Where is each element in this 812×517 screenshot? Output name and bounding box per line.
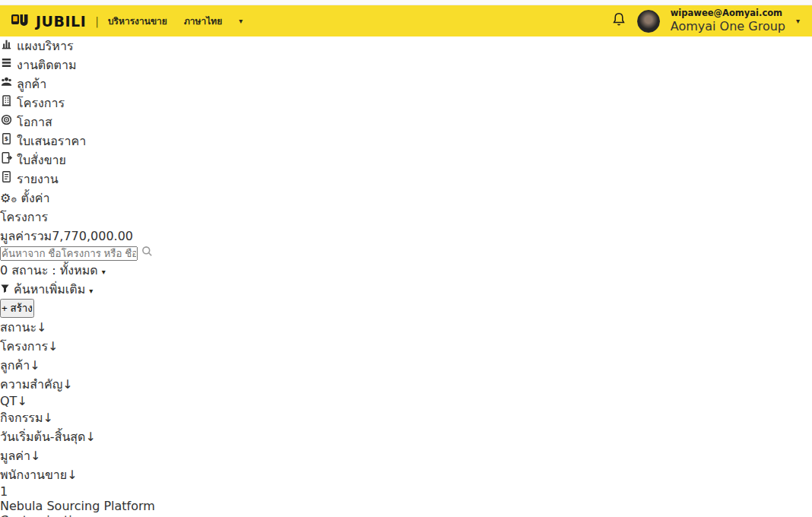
sidebar-item-settings[interactable]: ⚙⚙ ตั้งค่า — [0, 189, 812, 208]
projects-table: สถานะ↓ โครงการ↓ ลูกค้า↓ ความสำคัญ↓ QT↓ ก… — [0, 318, 812, 517]
search-box[interactable] — [0, 246, 812, 261]
header-salesperson[interactable]: พนักงานขาย↓ — [0, 465, 812, 484]
row-number-badge: 1 — [0, 484, 8, 499]
task-list-icon — [0, 58, 17, 72]
project-type: Customization — [0, 513, 812, 517]
gear-icon: ⚙⚙ — [0, 191, 17, 205]
header-qt[interactable]: QT↓ — [0, 394, 812, 408]
header-status[interactable]: สถานะ↓ — [0, 318, 812, 337]
sidebar-item-sales-order[interactable]: ใบสั่งขาย — [0, 151, 812, 170]
app-window: JUBILI | บริหารงานขาย ภาษาไทย ▾ wipawee@… — [0, 0, 812, 517]
top-bar: JUBILI | บริหารงานขาย ภาษาไทย ▾ wipawee@… — [0, 5, 812, 36]
sidebar-item-dashboard[interactable]: แผงบริหาร — [0, 36, 812, 56]
create-button[interactable]: + สร้าง — [0, 299, 34, 318]
header-project[interactable]: โครงการ↓ — [0, 337, 812, 356]
sort-icon[interactable]: ↓ — [48, 339, 58, 354]
sort-icon[interactable]: ↓ — [67, 468, 77, 482]
sidebar-item-quotation[interactable]: $ ใบเสนอราคา — [0, 132, 812, 151]
sort-icon[interactable]: ↓ — [30, 358, 40, 373]
sort-icon[interactable]: ↓ — [62, 377, 72, 392]
menu-sales-management[interactable]: บริหารงานขาย — [108, 14, 167, 28]
funnel-icon — [0, 282, 14, 297]
sidebar-nav: แผงบริหาร งานติดตาม ลูกค้า โครงการ — [0, 36, 812, 208]
browser-edge-strip — [0, 0, 812, 5]
total-value: มูลค่ารวม7,770,000.00 — [0, 227, 812, 246]
more-chevron-down-icon: ▾ — [89, 287, 93, 295]
jubili-logo-icon — [11, 12, 30, 30]
plus-icon: + — [2, 303, 8, 314]
sort-icon[interactable]: ↓ — [36, 320, 46, 335]
table-body-top: 1 Nebula Sourcing PlatformCustomization … — [0, 484, 812, 517]
header-importance[interactable]: ความสำคัญ↓ — [0, 375, 812, 394]
sidebar-item-projects[interactable]: โครงการ — [0, 94, 812, 113]
search-input[interactable] — [0, 246, 138, 261]
user-organization: Aomyai One Group — [671, 19, 785, 34]
search-icon[interactable] — [141, 246, 153, 260]
sidebar-item-customers[interactable]: ลูกค้า — [0, 75, 812, 94]
status-filter-dropdown[interactable]: 0 สถานะ : ทั้งหมด ▾ — [0, 261, 812, 280]
filter-bar: 0 สถานะ : ทั้งหมด ▾ ค้นหาเพิ่มเติม ▾ + ส… — [0, 246, 812, 318]
more-filters-dropdown[interactable]: ค้นหาเพิ่มเติม ▾ — [0, 280, 812, 299]
header-dates[interactable]: วันเริ่มต้น-สิ้นสุด↓ — [0, 427, 812, 446]
sidebar-item-opportunities[interactable]: โอกาส — [0, 113, 812, 132]
sort-icon[interactable]: ↓ — [86, 430, 96, 444]
language-chevron-down-icon[interactable]: ▾ — [239, 17, 243, 25]
user-avatar[interactable] — [637, 10, 660, 33]
customers-people-icon — [0, 77, 17, 91]
bell-icon[interactable] — [611, 11, 626, 30]
table-row[interactable]: 1 Nebula Sourcing PlatformCustomization … — [0, 484, 812, 517]
table-header-row: สถานะ↓ โครงการ↓ ลูกค้า↓ ความสำคัญ↓ QT↓ ก… — [0, 318, 812, 484]
header-activity[interactable]: กิจกรรม↓ — [0, 408, 812, 427]
sort-icon[interactable]: ↓ — [43, 411, 52, 425]
project-name[interactable]: Nebula Sourcing Platform — [0, 499, 812, 513]
user-email: wipawee@Aomyai.com — [671, 8, 785, 18]
topbar-divider: | — [95, 15, 99, 27]
sidebar-item-reports[interactable]: รายงาน — [0, 170, 812, 189]
status-chevron-down-icon: ▾ — [102, 268, 106, 276]
sort-icon[interactable]: ↓ — [30, 449, 40, 463]
report-document-icon — [0, 172, 17, 186]
page-title: โครงการ — [0, 208, 812, 227]
sales-order-document-icon — [0, 153, 17, 167]
sidebar-item-tasks[interactable]: งานติดตาม — [0, 56, 812, 75]
dashboard-chart-icon — [0, 39, 17, 53]
projects-building-icon — [0, 96, 17, 110]
svg-text:$: $ — [5, 135, 8, 142]
quotation-document-icon: $ — [0, 134, 17, 148]
main-content: โครงการ มูลค่ารวม7,770,000.00 0 สถานะ : … — [0, 208, 812, 517]
sort-icon[interactable]: ↓ — [17, 394, 27, 408]
menu-language[interactable]: ภาษาไทย — [184, 14, 222, 28]
header-value[interactable]: มูลค่า↓ — [0, 446, 812, 465]
brand-title: JUBILI — [36, 13, 86, 30]
account-chevron-down-icon[interactable]: ▾ — [796, 17, 800, 25]
status-count-badge: 0 — [0, 263, 8, 278]
target-icon — [0, 115, 17, 129]
header-customer[interactable]: ลูกค้า↓ — [0, 356, 812, 375]
